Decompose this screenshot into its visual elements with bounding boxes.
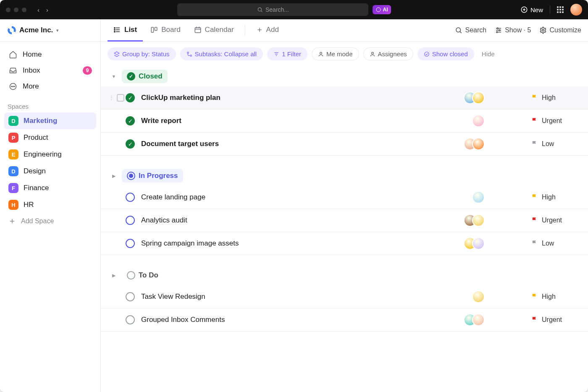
caret-right-icon[interactable]: ▶ — [110, 172, 118, 180]
filter-filters[interactable]: 1 Filter — [267, 47, 307, 60]
status-pill-in-progress[interactable]: In Progress — [122, 169, 183, 183]
priority[interactable]: High — [531, 293, 581, 301]
space-item-product[interactable]: PProduct — [4, 129, 96, 146]
topbar: ‹ › Search... AI New — [0, 0, 588, 19]
caret-down-icon[interactable]: ▼ — [110, 73, 118, 80]
traffic-close-icon[interactable] — [6, 8, 10, 12]
workspace-name: Acme Inc. — [19, 26, 53, 34]
assignee-avatar[interactable] — [472, 115, 485, 127]
priority[interactable]: High — [531, 193, 581, 201]
user-avatar[interactable] — [570, 4, 582, 16]
view-search-label: Search — [465, 26, 486, 34]
task-row[interactable]: ⋮⋮✓ClickUp marketing planHigh — [101, 86, 588, 110]
svg-point-0 — [258, 8, 261, 11]
status-pill-closed[interactable]: ✓ Closed — [122, 70, 168, 83]
calendar-icon — [194, 26, 202, 34]
view-customize[interactable]: Customize — [539, 26, 581, 34]
traffic-zoom-icon[interactable] — [22, 8, 26, 12]
tab-board[interactable]: Board — [144, 19, 186, 42]
nav-more[interactable]: More — [4, 78, 96, 94]
svg-point-36 — [187, 52, 189, 53]
tab-add-label: Add — [266, 26, 279, 34]
svg-rect-18 — [151, 27, 153, 32]
filter-subtasks[interactable]: Subtasks: Collapse all — [180, 47, 263, 60]
caret-right-icon[interactable]: ▶ — [110, 272, 118, 279]
tab-list[interactable]: List — [108, 19, 143, 42]
task-checkbox[interactable] — [117, 94, 124, 102]
space-item-hr[interactable]: HHR — [4, 196, 96, 213]
tab-add-view[interactable]: Add — [250, 19, 285, 42]
filter-group-by[interactable]: Group by: Status — [108, 47, 176, 60]
status-closed-icon[interactable]: ✓ — [126, 139, 135, 149]
status-todo-icon[interactable] — [126, 315, 135, 324]
task-name: Grouped Inbox Comments — [141, 316, 464, 324]
assignee-avatar[interactable] — [472, 290, 485, 303]
assignee-avatar[interactable] — [472, 237, 485, 250]
flag-icon — [531, 217, 538, 224]
status-pill-todo[interactable]: To Do — [122, 269, 163, 282]
priority[interactable]: Low — [531, 140, 581, 148]
assignee-avatar[interactable] — [472, 138, 485, 150]
apps-grid-icon[interactable] — [557, 6, 564, 13]
task-row[interactable]: ⋮⋮✓Write reportUrgent — [101, 110, 588, 133]
space-item-engineering[interactable]: EEngineering — [4, 146, 96, 163]
priority[interactable]: Low — [531, 240, 581, 247]
ai-button[interactable]: AI — [373, 5, 391, 14]
assignee-avatar[interactable] — [472, 191, 485, 204]
status-todo-icon[interactable] — [126, 292, 135, 301]
traffic-minimize-icon[interactable] — [14, 8, 18, 12]
priority-label: Urgent — [542, 217, 562, 224]
group-header-closed: ▼ ✓ Closed — [101, 66, 588, 86]
svg-point-43 — [424, 52, 429, 56]
filter-hide[interactable]: Hide — [482, 50, 495, 57]
forward-icon[interactable]: › — [46, 6, 48, 13]
filter-show-closed[interactable]: Show closed — [417, 47, 474, 60]
priority[interactable]: Urgent — [531, 316, 581, 324]
space-label: Product — [24, 133, 48, 142]
nav-more-label: More — [23, 82, 39, 91]
task-row[interactable]: ⋮⋮Task View RedesignHigh — [101, 285, 588, 308]
priority[interactable]: Urgent — [531, 217, 581, 224]
space-label: Marketing — [24, 117, 57, 125]
filter-assignees[interactable]: Assignees — [363, 47, 413, 60]
ai-label: AI — [383, 7, 388, 13]
add-space-button[interactable]: Add Space — [0, 213, 100, 229]
space-item-design[interactable]: DDesign — [4, 163, 96, 180]
assignee-avatar[interactable] — [472, 314, 485, 326]
task-row[interactable]: ⋮⋮Spring campaign image assetsLow — [101, 232, 588, 255]
status-in-progress-icon[interactable] — [126, 216, 135, 225]
status-closed-icon[interactable]: ✓ — [126, 116, 135, 125]
priority[interactable]: Urgent — [531, 117, 581, 125]
status-closed-icon[interactable]: ✓ — [126, 93, 135, 102]
tab-calendar[interactable]: Calendar — [188, 19, 240, 42]
svg-line-1 — [261, 11, 262, 12]
space-label: Finance — [24, 184, 49, 192]
svg-point-37 — [190, 55, 192, 56]
nav-home[interactable]: Home — [4, 47, 96, 63]
filter-icon — [273, 51, 279, 57]
view-show[interactable]: Show · 5 — [495, 26, 531, 34]
space-item-finance[interactable]: FFinance — [4, 180, 96, 196]
global-search[interactable]: Search... — [177, 3, 368, 16]
space-item-marketing[interactable]: DMarketing — [4, 112, 96, 129]
task-row[interactable]: ⋮⋮Create landing pageHigh — [101, 186, 588, 209]
assignees — [472, 115, 485, 127]
svg-point-15 — [114, 27, 115, 28]
task-row[interactable]: ⋮⋮Grouped Inbox CommentsUrgent — [101, 308, 588, 332]
task-row[interactable]: ⋮⋮Analytics auditUrgent — [101, 209, 588, 232]
status-in-progress-icon[interactable] — [126, 239, 135, 248]
gear-icon — [539, 26, 547, 34]
task-area: ▼ ✓ Closed ⋮⋮✓ClickUp marketing planHigh… — [101, 66, 588, 392]
filter-me-mode[interactable]: Me mode — [312, 47, 359, 60]
task-row[interactable]: ⋮⋮✓Document target usersLow — [101, 133, 588, 156]
back-icon[interactable]: ‹ — [37, 6, 39, 13]
assignee-avatar[interactable] — [472, 91, 485, 104]
priority[interactable]: High — [531, 94, 581, 102]
view-search[interactable]: Search — [455, 26, 486, 34]
view-customize-label: Customize — [549, 26, 581, 34]
workspace-switcher[interactable]: Acme Inc. ▾ — [0, 19, 100, 42]
nav-inbox[interactable]: Inbox 9 — [4, 63, 96, 78]
status-in-progress-icon[interactable] — [126, 193, 135, 202]
new-button[interactable]: New — [520, 6, 543, 13]
assignee-avatar[interactable] — [472, 214, 485, 227]
